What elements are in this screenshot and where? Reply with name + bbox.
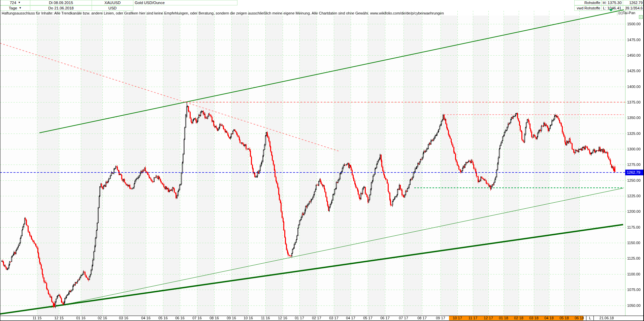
month-axis-label: 05 17 (360, 316, 375, 320)
price-axis-label: 1225.00 (627, 194, 643, 198)
price-axis-label: 1175.00 (627, 225, 643, 230)
price-axis-label: 1325.00 (627, 131, 643, 136)
month-axis-label: 06 17 (378, 316, 392, 320)
month-axis-label: 02 16 (95, 316, 110, 320)
month-axis-label: 10 16 (241, 316, 256, 320)
price-axis-label: 1400.00 (627, 84, 643, 89)
price-axis-label: 1350.00 (627, 115, 643, 120)
month-axis-label: 07 16 (190, 316, 204, 320)
month-axis-label: 05 16 (156, 316, 170, 320)
month-axis-label: 04 18 (542, 316, 556, 320)
price-axis-label: 1300.00 (627, 147, 643, 151)
price-axis-label: 1050.00 (627, 303, 643, 308)
month-axis-label: 12 17 (481, 316, 496, 320)
copyright-label: (c)Tai-Pan (618, 10, 643, 15)
price-axis-label: 1250.00 (627, 178, 643, 183)
month-axis-label: 11 15 (30, 316, 44, 320)
month-axis-label: 05 18 (557, 316, 572, 320)
price-axis-line (625, 9, 625, 316)
current-price-badge: 1262.79 (625, 170, 644, 175)
price-axis-label: 1500.00 (627, 22, 643, 26)
month-axis-label: 12 15 (52, 316, 66, 320)
price-axis-label: 1125.00 (627, 256, 643, 261)
disclaimer-text: Haftungsausschluss für Inhalte: Alle Tre… (2, 11, 616, 16)
month-axis-label: 01 16 (73, 316, 88, 320)
divider (617, 10, 617, 16)
price-axis-label: 1450.00 (627, 53, 643, 58)
month-axis-label: 04 16 (138, 316, 153, 320)
divider (593, 316, 594, 320)
price-axis-label: 1375.00 (627, 100, 643, 105)
month-axis-label: 11 16 (258, 316, 273, 320)
price-axis-label: 1425.00 (627, 68, 643, 73)
last-marker-label: L (587, 316, 593, 320)
time-axis-border-bottom (0, 320, 644, 321)
chart-canvas[interactable] (0, 0, 644, 321)
month-axis-label: 08 16 (207, 316, 222, 320)
month-axis-label: 12 16 (275, 316, 290, 320)
month-axis-label: 01 18 (496, 316, 511, 320)
month-axis-label: 02 17 (309, 316, 324, 320)
collapse-panel-icon[interactable]: − (639, 15, 643, 19)
last-date-label: 21.06.18 (595, 316, 618, 320)
trendline-exit-marker-icon (609, 9, 613, 11)
price-axis-label: 1475.00 (627, 37, 643, 42)
price-axis-label: 1200.00 (627, 209, 643, 214)
month-axis-label: 10 17 (450, 316, 465, 320)
month-axis-label: 06 18 (572, 316, 587, 320)
month-axis-label: 03 17 (326, 316, 341, 320)
month-axis-label: 08 17 (415, 316, 429, 320)
month-axis-label: 11 17 (465, 316, 480, 320)
taipan-chart-window: 724 ▼ Tage ▼ Di 08.09.2015 Do 21.06.2018… (0, 0, 644, 321)
divider (586, 316, 586, 320)
month-axis-label: 09 16 (224, 316, 239, 320)
month-axis-label: 06 16 (172, 316, 187, 320)
month-axis-label: 09 17 (433, 316, 448, 320)
month-axis-label: 03 16 (116, 316, 131, 320)
price-axis-label: 1075.00 (627, 287, 643, 292)
month-axis-label: 04 17 (343, 316, 358, 320)
month-axis-label: 02 18 (511, 316, 526, 320)
price-axis-label: 1275.00 (627, 162, 643, 167)
price-axis-label: 1150.00 (627, 240, 643, 245)
month-axis-label: 03 18 (526, 316, 541, 320)
month-axis-label: 01 17 (292, 316, 307, 320)
month-axis-label: 07 17 (396, 316, 411, 320)
price-axis-label: 1100.00 (627, 272, 643, 276)
window-border-left (0, 0, 0, 321)
